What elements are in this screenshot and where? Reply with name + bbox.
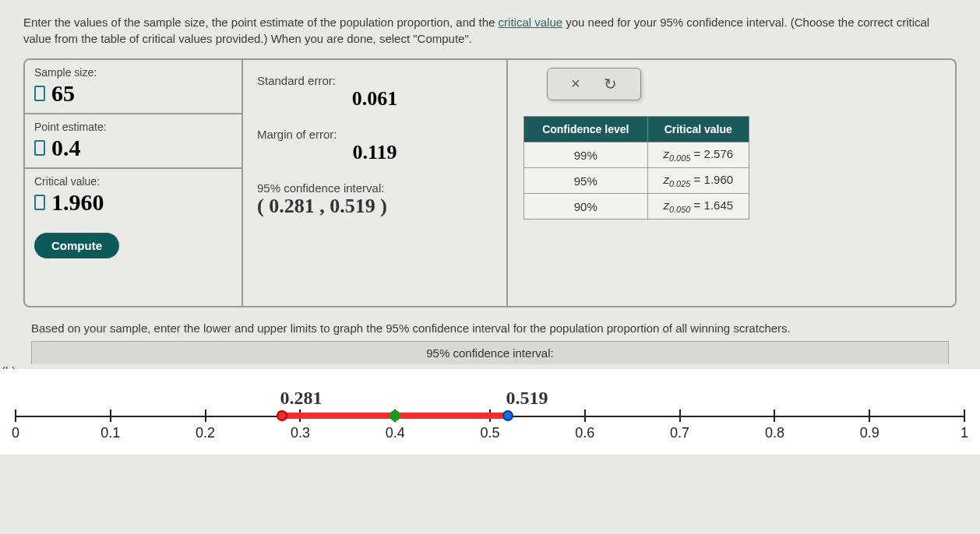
table-row: 99% z0.005 = 2.576 (524, 142, 749, 168)
sample-size-label: Sample size: (34, 66, 232, 79)
ci-upper-label: 0.519 (506, 388, 548, 409)
crit-value-cell: z0.025 = 1.960 (647, 168, 749, 194)
margin-of-error-label: Margin of error: (257, 128, 492, 141)
table-header-critical: Critical value (647, 117, 749, 142)
compute-button[interactable]: Compute (34, 233, 119, 258)
critical-value-table: Confidence level Critical value 99% z0.0… (523, 116, 749, 220)
crit-value-cell: z0.005 = 2.576 (647, 142, 749, 168)
axis-tick-label: 0.1 (100, 425, 120, 441)
axis-tick (679, 409, 681, 422)
ci-lower-handle[interactable] (277, 410, 287, 421)
ci-center-point (390, 410, 400, 421)
axis-tick (584, 409, 586, 422)
reference-column: × ↻ Confidence level Critical value 99% … (508, 60, 955, 306)
axis-tick (110, 409, 111, 422)
sample-size-input[interactable]: 65 (51, 80, 75, 107)
panel-toolbar: × ↻ (547, 68, 641, 100)
margin-of-error-value: 0.119 (257, 141, 492, 164)
compute-panel: Sample size: 65 Point estimate: 0.4 Crit… (23, 58, 957, 307)
axis-tick-label: 1 (961, 425, 968, 441)
conf-level-cell: 95% (524, 168, 648, 194)
point-estimate-label: Point estimate: (34, 121, 232, 133)
close-icon[interactable]: × (571, 75, 580, 93)
number-line-graph[interactable]: 00.10.20.30.40.50.60.70.80.910.2810.519 (0, 369, 980, 455)
crit-value-cell: z0.050 = 1.645 (647, 194, 749, 220)
critical-value-label: Critical value: (34, 175, 232, 188)
axis-tick-label: 0.7 (670, 425, 689, 441)
results-column: Standard error: 0.061 Margin of error: 0… (243, 60, 508, 306)
standard-error-value: 0.061 (257, 87, 492, 111)
instructions-text: Enter the values of the sample size, the… (0, 0, 980, 54)
axis-tick (964, 409, 965, 422)
axis-tick (205, 409, 206, 422)
axis-tick-label: 0.8 (765, 425, 784, 441)
axis-tick (869, 409, 870, 422)
cursor-icon (34, 140, 45, 156)
ci-upper-handle[interactable] (502, 410, 513, 421)
table-header-confidence: Confidence level (524, 117, 648, 142)
critical-value-link[interactable]: critical value (499, 16, 563, 29)
table-row: 90% z0.050 = 1.645 (524, 194, 749, 220)
conf-level-cell: 99% (524, 142, 648, 168)
axis-tick-label: 0.9 (860, 425, 880, 441)
ci-value: ( 0.281 , 0.519 ) (257, 195, 492, 218)
ci-lower-label: 0.281 (280, 388, 323, 409)
ci-label: 95% confidence interval: (257, 181, 492, 195)
point-estimate-input[interactable]: 0.4 (51, 135, 81, 161)
axis-tick-label: 0.5 (480, 425, 499, 441)
cursor-icon (34, 86, 45, 101)
cursor-icon (34, 195, 45, 210)
axis-tick (15, 409, 16, 422)
table-row: 95% z0.025 = 1.960 (524, 168, 749, 194)
part-b-instructions: Based on your sample, enter the lower an… (31, 321, 949, 335)
critical-value-input[interactable]: 1.960 (51, 189, 104, 216)
inputs-column: Sample size: 65 Point estimate: 0.4 Crit… (25, 60, 243, 306)
ci-graph-title: 95% confidence interval: (31, 341, 949, 364)
axis-tick-label: 0.3 (291, 425, 310, 441)
conf-level-cell: 90% (524, 194, 648, 220)
standard-error-label: Standard error: (257, 74, 492, 87)
axis-tick-label: 0.4 (386, 425, 405, 441)
axis-tick-label: 0.2 (196, 425, 215, 441)
axis-tick-label: 0 (12, 425, 19, 441)
axis-tick-label: 0.6 (575, 425, 594, 441)
reset-icon[interactable]: ↻ (604, 75, 617, 93)
axis-tick (774, 409, 775, 422)
